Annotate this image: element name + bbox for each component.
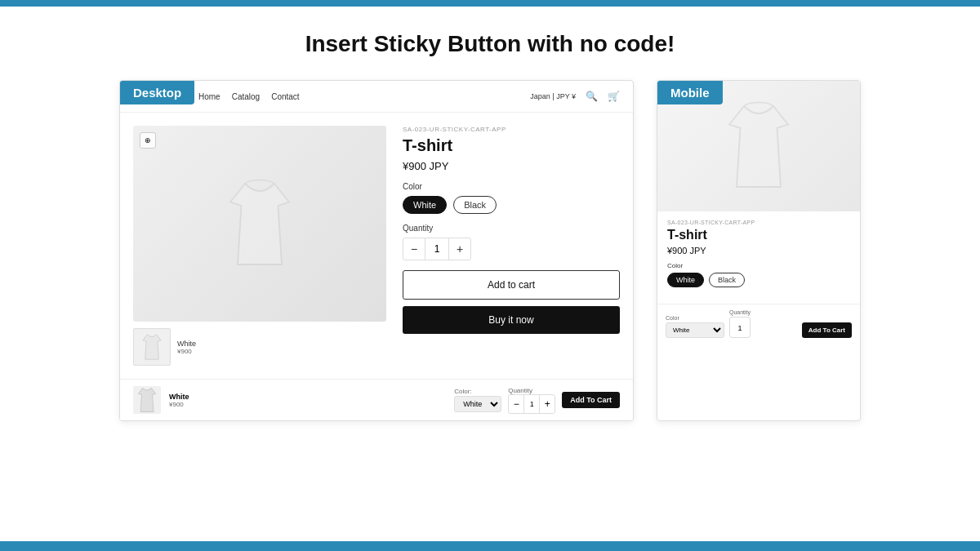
color-label: Color <box>403 182 620 191</box>
page-title: Insert Sticky Button with no code! <box>305 31 675 57</box>
product-app-label: SA-023-UR-STICKY-CART-APP <box>403 126 620 133</box>
qty-value: 1 <box>425 238 449 260</box>
nav-region[interactable]: Japan | JPY ¥ <box>530 92 576 100</box>
sticky-qty-label: Quantity <box>508 387 555 394</box>
mobile-sticky-qty-value: 1 <box>729 317 751 338</box>
sticky-qty-value: 1 <box>523 395 540 413</box>
buy-now-button[interactable]: Buy it now <box>403 306 620 334</box>
mobile-sticky-bar: Color White Quantity 1 Add To Cart <box>657 304 860 343</box>
shop-nav: Home Catalog Contact Japan | JPY ¥ 🔍 🛒 <box>120 81 633 113</box>
sticky-product-name: White <box>169 393 189 401</box>
zoom-icon[interactable]: ⊕ <box>140 132 156 149</box>
mobile-sticky-atc-btn[interactable]: Add To Cart <box>802 322 852 338</box>
product-thumb[interactable] <box>133 328 171 366</box>
nav-contact[interactable]: Contact <box>271 92 299 101</box>
nav-right: Japan | JPY ¥ 🔍 🛒 <box>530 91 620 102</box>
sticky-color-group: Color: White <box>454 388 501 412</box>
mobile-app-label: SA-023-UR-STICKY-CART-APP <box>667 220 850 225</box>
thumb-info: White ¥900 <box>177 340 196 355</box>
color-options: White Black <box>403 196 620 214</box>
mobile-product-name: T-shirt <box>667 228 850 242</box>
mobile-sticky-color-col: Color White <box>666 315 724 338</box>
mobile-color-options: White Black <box>667 273 850 287</box>
sticky-add-to-cart-btn[interactable]: Add To Cart <box>562 392 620 408</box>
sticky-qty-decrease[interactable]: − <box>509 395 523 413</box>
mobile-preview: Mobile ⊕ SA-023-UR-STICKY-CART-APP T-shi… <box>657 80 861 421</box>
previews-row: Desktop Home Catalog Contact Japan | JPY… <box>33 80 947 421</box>
sticky-qty-increase[interactable]: + <box>540 395 555 413</box>
mobile-sticky-qty-label: Quantity <box>729 309 751 315</box>
mobile-product-info: SA-023-UR-STICKY-CART-APP T-shirt ¥900 J… <box>657 211 860 304</box>
mobile-color-label: Color <box>667 262 850 269</box>
qty-row: − 1 + <box>403 238 471 260</box>
tshirt-svg <box>223 176 296 272</box>
product-name: T-shirt <box>403 136 620 155</box>
sticky-qty-group: Quantity − 1 + <box>508 387 555 414</box>
mobile-tshirt-svg <box>722 99 795 194</box>
desktop-label: Desktop <box>120 81 194 104</box>
mobile-color-black-btn[interactable]: Black <box>709 273 745 287</box>
nav-links: Home Catalog Contact <box>198 92 300 101</box>
qty-label: Quantity <box>403 224 620 233</box>
mobile-sticky-color-label: Color <box>666 315 724 321</box>
nav-home[interactable]: Home <box>198 92 220 101</box>
sticky-color-select[interactable]: White <box>454 396 501 412</box>
thumb-price: ¥900 <box>177 348 196 355</box>
bottom-bar <box>0 541 980 551</box>
mobile-sticky-qty-col: Quantity 1 <box>729 309 751 338</box>
sticky-right: Color: White Quantity − 1 + Add To Ca <box>454 387 620 414</box>
qty-decrease-btn[interactable]: − <box>403 238 425 260</box>
top-bar <box>0 0 980 7</box>
sticky-qty-row: − 1 + <box>508 394 555 414</box>
product-area: ⊕ <box>120 113 633 379</box>
search-icon[interactable]: 🔍 <box>586 91 598 102</box>
sticky-thumb-svg <box>133 386 161 414</box>
color-black-btn[interactable]: Black <box>453 196 497 214</box>
product-main-image: ⊕ <box>133 126 386 322</box>
nav-catalog[interactable]: Catalog <box>232 92 260 101</box>
product-price: ¥900 JPY <box>403 160 620 172</box>
sticky-info: White ¥900 <box>169 393 189 408</box>
sticky-thumb <box>133 386 161 414</box>
cart-icon[interactable]: 🛒 <box>608 91 620 102</box>
sticky-price: ¥900 <box>169 401 189 408</box>
color-white-btn[interactable]: White <box>403 196 447 214</box>
sticky-color-label: Color: <box>454 388 501 395</box>
desktop-preview: Desktop Home Catalog Contact Japan | JPY… <box>119 80 634 421</box>
mobile-price: ¥900 JPY <box>667 246 850 256</box>
thumb-name: White <box>177 340 196 348</box>
add-to-cart-button[interactable]: Add to cart <box>403 270 620 300</box>
mobile-label: Mobile <box>657 81 723 104</box>
product-thumb-row: White ¥900 <box>133 328 386 366</box>
sticky-bar: White ¥900 Color: White Quantity − <box>120 379 633 420</box>
qty-increase-btn[interactable]: + <box>449 238 470 260</box>
main-content: Insert Sticky Button with no code! Deskt… <box>0 7 980 541</box>
thumb-tshirt-svg <box>140 332 163 362</box>
mobile-sticky-color-select[interactable]: White <box>666 322 724 338</box>
mobile-color-white-btn[interactable]: White <box>667 273 704 287</box>
product-info: SA-023-UR-STICKY-CART-APP T-shirt ¥900 J… <box>403 126 620 366</box>
product-image-area: ⊕ <box>133 126 386 366</box>
